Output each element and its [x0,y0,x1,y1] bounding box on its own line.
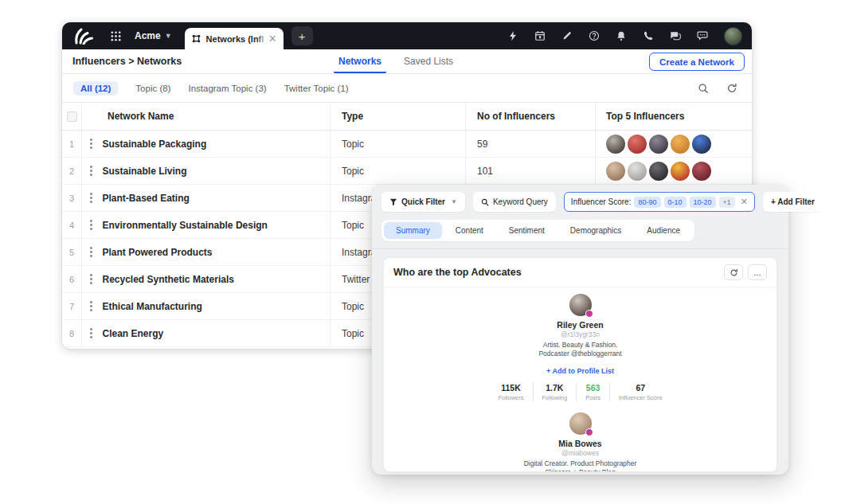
row-menu-icon[interactable] [90,166,92,176]
score-value-pill[interactable]: 80-90 [634,197,660,208]
network-name[interactable]: Sustainable Packaging [103,139,207,150]
card-more-button[interactable]: ... [748,264,767,280]
row-number: 4 [69,221,74,230]
add-filter-label: + Add Filter [771,197,815,206]
filter-instagram-topic[interactable]: Instagram Topic (3) [188,84,266,93]
profile-stats: 115KFollowers 1.7KFollowing 563Posts 67I… [384,383,776,401]
score-more-pill[interactable]: +1 [719,197,735,208]
tab-summary[interactable]: Summary [384,222,442,239]
chat-icon[interactable] [670,30,681,41]
influencer-avatar[interactable] [649,162,668,181]
influencer-avatar[interactable] [606,135,625,154]
tab-content[interactable]: Content [444,222,495,239]
filter-bar: All (12) Topic (8) Instagram Topic (3) T… [62,74,752,103]
add-filter-button[interactable]: + Add Filter [763,192,823,212]
influencer-score-filter-chip[interactable]: Influencer Score: 80-90 0-10 10-20 +1 ✕ [564,192,755,212]
card-refresh-button[interactable] [724,264,743,280]
select-all-checkbox[interactable] [67,111,77,122]
tab-title: Networks (Influ [206,34,264,44]
score-value-pill[interactable]: 10-20 [690,197,716,208]
table-row[interactable]: 1 Sustainable Packaging Topic 59 [62,131,752,158]
network-name[interactable]: Recycled Synthetic Materials [103,274,234,285]
tab-saved-lists[interactable]: Saved Lists [404,49,453,73]
top-bar: Acme ▼ Networks (Influ ✕ + [62,22,752,49]
add-to-profile-list-link[interactable]: + Add to Profile List [384,367,776,375]
tab-sentiment[interactable]: Sentiment [497,222,557,239]
influencer-avatar[interactable] [606,162,625,181]
remove-filter-icon[interactable]: ✕ [741,197,748,206]
network-name[interactable]: Environmentally Sustainable Design [103,220,268,231]
keyword-query-button[interactable]: Keyword Query [473,192,556,212]
influencer-avatar[interactable] [671,162,690,181]
pencil-icon[interactable] [561,30,573,41]
influencer-avatar[interactable] [628,135,647,154]
column-type[interactable]: Type [331,103,466,130]
profile-bio: Artist. Beauty & Fashion. Podcaster @the… [384,341,776,358]
score-filter-label: Influencer Score: [571,197,632,206]
network-name[interactable]: Sustainable Living [103,166,187,177]
refresh-icon[interactable] [726,83,737,94]
top-influencer-avatars [606,162,711,181]
network-name[interactable]: Plant Powered Products [103,247,213,258]
profile-name[interactable]: Riley Green [384,320,776,330]
workspace-switcher[interactable]: Acme ▼ [135,30,172,41]
influencer-avatar[interactable] [692,135,711,154]
funnel-icon [389,198,397,206]
influencer-avatar[interactable] [628,162,647,181]
row-menu-icon[interactable] [90,247,92,257]
filter-all[interactable]: All (12) [73,81,118,96]
row-menu-icon[interactable] [90,328,92,338]
top-bar-left: Acme ▼ Networks (Influ ✕ + [62,22,313,49]
row-menu-icon[interactable] [90,220,92,230]
influencer-avatar[interactable] [671,135,690,154]
influencer-avatar[interactable] [649,135,668,154]
network-name[interactable]: Clean Energy [103,328,164,339]
profile-avatar[interactable] [569,412,592,435]
network-name[interactable]: Plant-Based Eating [103,193,190,204]
profile-name[interactable]: Mia Bowes [384,439,776,448]
advocate-profiles: Riley Green @r1l3ygr33n Artist. Beauty &… [384,294,776,472]
influencer-avatar[interactable] [692,162,711,181]
filter-topic[interactable]: Topic (8) [135,84,170,93]
app-launcher-icon[interactable] [110,30,122,42]
filter-twitter-topic[interactable]: Twitter Topic (1) [284,84,349,93]
row-menu-icon[interactable] [90,139,92,149]
panel-tabs-wrap: Summary Content Sentiment Demographics A… [381,220,779,241]
column-network-name[interactable]: Network Name [82,103,331,130]
chevron-down-icon: ▼ [451,198,457,205]
row-number: 7 [69,302,74,311]
calendar-icon[interactable] [534,30,546,41]
search-icon [481,198,489,206]
score-value-pill[interactable]: 0-10 [664,197,686,208]
search-icon[interactable] [698,83,709,94]
row-menu-icon[interactable] [90,274,92,284]
workspace-label: Acme [135,30,161,41]
profile-avatar[interactable] [569,294,592,316]
stat-following: 1.7KFollowing [533,383,577,401]
column-top-5-influencers[interactable]: Top 5 Influencers [596,103,752,130]
new-tab-button[interactable]: + [291,26,313,45]
network-name[interactable]: Ethical Manufacturing [103,301,202,312]
row-menu-icon[interactable] [90,193,92,203]
user-avatar[interactable] [724,27,742,45]
table-row[interactable]: 2 Sustainable Living Topic 101 [62,158,752,185]
help-icon[interactable] [589,30,600,41]
breadcrumb: Influencers > Networks [72,56,182,67]
lightning-icon[interactable] [507,30,518,41]
column-no-of-influencers[interactable]: No of Influencers [466,103,596,130]
bio-line: Artist. Beauty & Fashion. [384,341,776,350]
phone-icon[interactable] [643,30,654,41]
create-network-button[interactable]: Create a Network [649,53,745,71]
comment-dots-icon[interactable] [697,30,708,41]
tab-audience[interactable]: Audience [635,222,692,239]
quick-filter-button[interactable]: Quick Filter ▼ [381,192,465,212]
tab-close-icon[interactable]: ✕ [268,33,277,44]
tab-networks[interactable]: Networks (Influ ✕ [185,28,284,49]
tab-title-fade [256,31,269,45]
bell-icon[interactable] [616,30,627,41]
row-menu-icon[interactable] [90,301,92,311]
card-header: Who are the top Advocates ... [384,258,776,287]
tab-demographics[interactable]: Demographics [558,222,633,239]
tab-networks-page[interactable]: Networks [338,49,381,73]
instagram-badge-icon [585,310,593,318]
